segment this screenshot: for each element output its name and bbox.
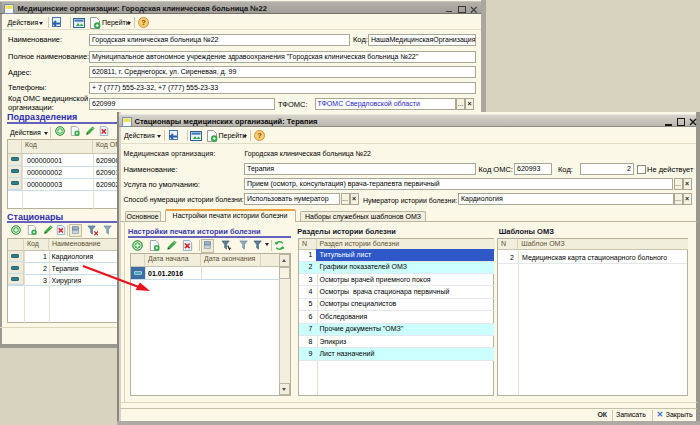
svg-text:?: ? — [141, 18, 146, 27]
svg-text:?: ? — [257, 131, 262, 140]
